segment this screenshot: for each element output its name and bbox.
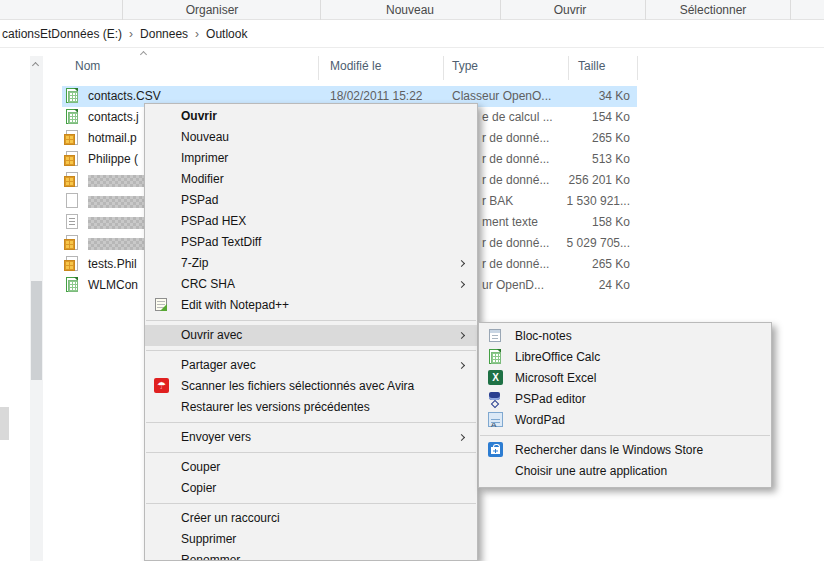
file-type: r BAK xyxy=(482,194,513,208)
submenu-item-microsoft-excel[interactable]: XMicrosoft Excel xyxy=(479,368,771,389)
column-header-modifie[interactable]: Modifié le xyxy=(330,59,381,73)
menu-separator xyxy=(480,435,770,436)
wordpad-icon xyxy=(488,412,504,428)
submenu-item-libreoffice-calc[interactable]: LibreOffice Calc xyxy=(479,347,771,368)
menu-item-ouvrir[interactable]: Ouvrir xyxy=(145,106,477,127)
menu-item-pspad-textdiff[interactable]: PSPad TextDiff xyxy=(145,232,477,253)
text-file-icon xyxy=(66,214,80,230)
menu-item-scanner-avira[interactable]: ☂Scanner les fichiers sélectionnés avec … xyxy=(145,376,477,397)
calc-file-icon xyxy=(66,88,80,104)
column-divider[interactable] xyxy=(637,56,638,80)
file-size: 256 201 Ko xyxy=(530,173,630,187)
menu-item-crc-sha[interactable]: CRC SHA xyxy=(145,274,477,295)
ribbon-group-selectionner[interactable]: Sélectionner xyxy=(680,0,747,20)
notepadpp-icon xyxy=(154,297,170,313)
windows-store-icon xyxy=(488,442,504,458)
file-name: contacts.CSV xyxy=(88,89,161,103)
ribbon-tab-bar: Organiser Nouveau Ouvrir Sélectionner xyxy=(0,0,824,20)
submenu-item-wordpad[interactable]: WordPad xyxy=(479,410,771,431)
pspad-icon xyxy=(488,391,504,407)
excel-icon: X xyxy=(488,370,504,386)
breadcrumb-item-drive[interactable]: cationsEtDonnées (E:) xyxy=(2,27,122,41)
avira-icon: ☂ xyxy=(154,378,170,394)
submenu-arrow-icon xyxy=(458,260,465,267)
censored-text-block xyxy=(88,238,148,250)
breadcrumb-item-donnees[interactable]: Donnees xyxy=(140,27,188,41)
file-name: hotmail.p xyxy=(88,131,137,145)
ribbon-group-ouvrir[interactable]: Ouvrir xyxy=(554,0,587,20)
nav-pane-scroll-fragment xyxy=(0,407,9,440)
breadcrumb-item-outlook[interactable]: Outlook xyxy=(206,27,247,41)
file-name: contacts.j xyxy=(88,110,139,124)
breadcrumb: cationsEtDonnées (E:) › Donnees › Outloo… xyxy=(0,21,824,48)
menu-separator xyxy=(146,320,476,321)
menu-item-7zip[interactable]: 7-Zip xyxy=(145,253,477,274)
column-header-nom[interactable]: Nom xyxy=(75,59,100,73)
open-with-submenu: Bloc-notes LibreOffice Calc XMicrosoft E… xyxy=(478,322,772,488)
censored-text-block xyxy=(88,175,148,187)
submenu-item-windows-store[interactable]: Rechercher dans le Windows Store xyxy=(479,440,771,461)
menu-item-supprimer[interactable]: Supprimer xyxy=(145,529,477,550)
column-header-taille[interactable]: Taille xyxy=(578,59,605,73)
file-size: 265 Ko xyxy=(530,257,630,271)
calc-file-icon xyxy=(66,277,80,293)
submenu-arrow-icon xyxy=(458,434,465,441)
context-menu: Ouvrir Nouveau Imprimer Modifier PSPad P… xyxy=(144,103,478,561)
outlook-data-file-icon xyxy=(66,172,80,188)
menu-separator xyxy=(146,452,476,453)
column-divider[interactable] xyxy=(568,56,569,80)
breadcrumb-chevron-icon[interactable]: › xyxy=(129,27,133,41)
submenu-arrow-icon xyxy=(458,362,465,369)
ribbon-separator xyxy=(645,0,646,20)
menu-item-imprimer[interactable]: Imprimer xyxy=(145,148,477,169)
submenu-item-pspad-editor[interactable]: PSPad editor xyxy=(479,389,771,410)
file-size: 24 Ko xyxy=(530,278,630,292)
submenu-arrow-icon xyxy=(458,332,465,339)
outlook-data-file-icon xyxy=(66,256,80,272)
ribbon-separator xyxy=(500,0,501,20)
menu-separator xyxy=(146,350,476,351)
file-size: 5 029 705... xyxy=(530,236,630,250)
ribbon-separator xyxy=(320,0,321,20)
file-modified: 18/02/2011 15:22 xyxy=(330,89,423,103)
libreoffice-calc-icon xyxy=(488,349,504,365)
ribbon-group-organiser[interactable]: Organiser xyxy=(186,0,239,20)
column-header-row: Nom Modifié le Type Taille xyxy=(0,55,824,82)
file-size: 158 Ko xyxy=(530,215,630,229)
file-name: Philippe ( xyxy=(88,152,138,166)
file-name: tests.Phil xyxy=(88,257,137,271)
menu-item-ouvrir-avec[interactable]: Ouvrir avec xyxy=(145,325,477,346)
menu-item-nouveau[interactable]: Nouveau xyxy=(145,127,477,148)
submenu-item-bloc-notes[interactable]: Bloc-notes xyxy=(479,326,771,347)
menu-item-envoyer-vers[interactable]: Envoyer vers xyxy=(145,427,477,448)
menu-item-pspad[interactable]: PSPad xyxy=(145,190,477,211)
column-divider[interactable] xyxy=(318,56,319,80)
menu-item-copier[interactable]: Copier xyxy=(145,478,477,499)
menu-item-creer-raccourci[interactable]: Créer un raccourci xyxy=(145,508,477,529)
menu-item-edit-notepadpp[interactable]: Edit with Notepad++ xyxy=(145,295,477,316)
file-size: 1 530 921... xyxy=(530,194,630,208)
censored-text-block xyxy=(88,217,148,229)
menu-item-pspad-hex[interactable]: PSPad HEX xyxy=(145,211,477,232)
submenu-item-choisir-application[interactable]: Choisir une autre application xyxy=(479,461,771,482)
notepad-icon xyxy=(488,328,504,344)
menu-separator xyxy=(146,503,476,504)
file-name: WLMCon xyxy=(88,278,138,292)
file-size: 154 Ko xyxy=(530,110,630,124)
censored-text-block xyxy=(88,196,148,208)
file-name xyxy=(88,173,152,187)
blank-file-icon xyxy=(66,193,80,209)
outlook-data-file-icon xyxy=(66,130,80,146)
ribbon-group-nouveau[interactable]: Nouveau xyxy=(386,0,434,20)
column-divider[interactable] xyxy=(443,56,444,80)
menu-item-modifier[interactable]: Modifier xyxy=(145,169,477,190)
outlook-data-file-icon xyxy=(66,235,80,251)
column-header-type[interactable]: Type xyxy=(452,59,478,73)
menu-item-partager-avec[interactable]: Partager avec xyxy=(145,355,477,376)
menu-item-renommer[interactable]: Renommer xyxy=(145,550,477,561)
menu-separator xyxy=(146,422,476,423)
menu-item-couper[interactable]: Couper xyxy=(145,457,477,478)
breadcrumb-chevron-icon[interactable]: › xyxy=(195,27,199,41)
ribbon-separator xyxy=(790,0,791,20)
menu-item-restaurer-versions[interactable]: Restaurer les versions précédentes xyxy=(145,397,477,418)
